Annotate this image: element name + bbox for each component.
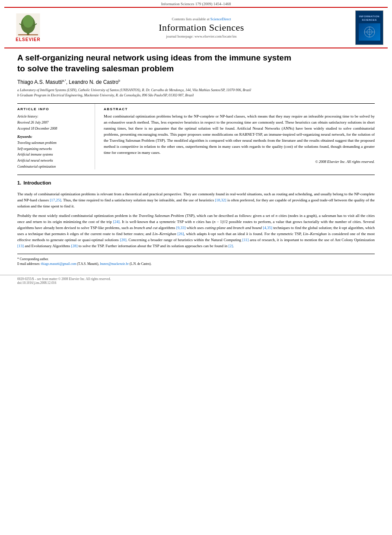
- ref-13[interactable]: [13]: [17, 244, 24, 248]
- elsevier-brand-text: ELSEVIER: [16, 37, 40, 42]
- ref-24[interactable]: [24]: [113, 220, 120, 224]
- affiliation-1: a Laboratory of Intelligent Systems (LSI…: [17, 88, 375, 93]
- email-label: E-mail addresses:: [17, 262, 40, 266]
- keyword-1: Traveling salesman problem: [17, 140, 90, 146]
- email1[interactable]: thiago.masutti@gmail.com: [41, 262, 76, 266]
- keyword-3: Artificial immune systems: [17, 152, 90, 158]
- ref-20[interactable]: [20]: [120, 238, 126, 242]
- svg-point-3: [23, 15, 33, 28]
- footnote-corresponding: * Corresponding author.: [17, 257, 375, 261]
- sciencedirect-link[interactable]: ScienceDirect: [210, 17, 231, 21]
- elsevier-tree-icon: [15, 13, 41, 37]
- footnote-area: * Corresponding author. E-mail addresses…: [17, 254, 375, 267]
- section-heading: 1. Introduction: [17, 180, 375, 189]
- journal-meta: Information Sciences 179 (2009) 1454–146…: [0, 0, 392, 7]
- ref-9-33[interactable]: [9,33]: [176, 226, 186, 230]
- ref-17-25[interactable]: [17,25]: [50, 198, 61, 202]
- author2-name: , Leandro N. de Castro: [66, 79, 118, 85]
- section-divider: [17, 175, 375, 175]
- accepted-date: Accepted 18 December 2008: [17, 126, 90, 132]
- bottom-bar: 0020-0255/$ – see front matter © 2008 El…: [0, 275, 392, 287]
- ref-18-32[interactable]: [18,32]: [215, 198, 226, 202]
- section-title: Introduction: [23, 180, 51, 185]
- meta-text: Information Sciences 179 (2009) 1454–146…: [161, 2, 231, 6]
- author1-sup: a,*: [62, 79, 66, 82]
- keyword-2: Self-organizing networks: [17, 146, 90, 152]
- history-label: Article history:: [17, 114, 90, 120]
- copyright-line: © 2008 Elsevier Inc. All rights reserved…: [104, 159, 375, 164]
- svg-rect-4: [18, 35, 38, 35]
- author1-name: Thiago A.S. Masutti: [17, 79, 62, 85]
- abstract-column: ABSTRACT Most combinatorial optimization…: [104, 104, 375, 169]
- ref-28[interactable]: [28]: [71, 244, 78, 248]
- email2-author: (L.N. de Castro).: [130, 262, 152, 266]
- article-info-title: ARTICLE INFO: [17, 107, 90, 111]
- keywords-list: Traveling salesman problem Self-organizi…: [17, 140, 90, 169]
- section-introduction: 1. Introduction The study of combinatori…: [17, 180, 375, 249]
- journal-title: Information Sciences: [52, 22, 351, 33]
- journal-homepage: journal homepage: www.elsevier.com/locat…: [52, 34, 351, 38]
- article-history: Article history: Received 26 July 2007 A…: [17, 114, 90, 131]
- section-number: 1.: [17, 180, 21, 189]
- main-content: A self-organizing neural network using i…: [0, 48, 392, 271]
- received-date: Received 26 July 2007: [17, 120, 90, 126]
- corresponding-label: * Corresponding author.: [17, 257, 49, 261]
- ref-26[interactable]: [26]: [178, 232, 184, 236]
- intro-paragraph-2: Probably the most widely studied combina…: [17, 213, 375, 249]
- keywords-section: Keywords: Traveling salesman problem Sel…: [17, 135, 90, 169]
- article-info-column: ARTICLE INFO Article history: Received 2…: [17, 104, 95, 169]
- email2[interactable]: lnunes@mackenzie.br: [100, 262, 129, 266]
- ref-2[interactable]: [2]: [229, 244, 233, 248]
- issn-line: 0020-0255/$ – see front matter © 2008 El…: [17, 277, 375, 281]
- keyword-5: Combinatorial optimization: [17, 164, 90, 170]
- article-title: A self-organizing neural network using i…: [17, 53, 375, 74]
- keyword-4: Artificial neural networks: [17, 158, 90, 164]
- article-info-abstract: ARTICLE INFO Article history: Received 2…: [17, 103, 375, 169]
- elsevier-logo: ELSEVIER: [9, 13, 48, 42]
- journal-cover-image: INFORMATIONSCIENCES: [355, 10, 383, 45]
- sciencedirect-line: Contents lists available at ScienceDirec…: [52, 17, 351, 21]
- email1-author: (T.A.S. Masutti),: [77, 262, 99, 266]
- affiliations: a Laboratory of Intelligent Systems (LSI…: [17, 88, 375, 98]
- keywords-title: Keywords:: [17, 135, 90, 139]
- journal-center: Contents lists available at ScienceDirec…: [52, 17, 351, 38]
- footnote-emails: E-mail addresses: thiago.masutti@gmail.c…: [17, 261, 375, 266]
- affiliation-2: b Graduate Program in Electrical Enginee…: [17, 93, 375, 98]
- journal-header: ELSEVIER Contents lists available at Sci…: [4, 7, 388, 48]
- doi-line: doi:10.1016/j.ins.2008.12.016: [17, 281, 375, 285]
- abstract-title: ABSTRACT: [104, 107, 375, 111]
- intro-paragraph-1: The study of combinatorial optimization …: [17, 191, 375, 210]
- ref-11[interactable]: [11]: [242, 238, 249, 242]
- ref-4-35[interactable]: [4,35]: [263, 226, 272, 230]
- abstract-text: Most combinatorial optimization problems…: [104, 114, 375, 156]
- author2-sup: b: [118, 79, 120, 82]
- authors-line: Thiago A.S. Masuttia,*, Leandro N. de Ca…: [17, 79, 375, 85]
